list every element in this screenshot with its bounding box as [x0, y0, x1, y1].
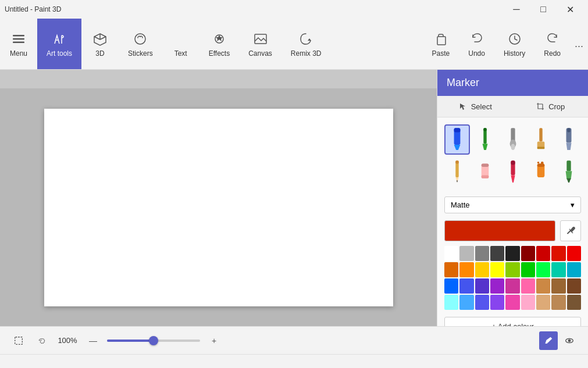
- add-colour-button[interactable]: + Add colour: [444, 317, 581, 326]
- active-color-preview[interactable]: [444, 220, 555, 241]
- svg-marker-12: [483, 144, 488, 150]
- canvas-label: Canvas: [248, 49, 272, 58]
- draw-mode-button[interactable]: [539, 331, 558, 350]
- toolbar-stickers[interactable]: Stickers: [119, 19, 162, 69]
- color-cell[interactable]: [444, 295, 458, 310]
- toolbar-3d[interactable]: 3D: [81, 19, 119, 69]
- svg-rect-24: [455, 160, 458, 163]
- history-label: History: [504, 49, 525, 58]
- color-cell[interactable]: [490, 262, 504, 277]
- minimize-button[interactable]: ─: [503, 0, 530, 19]
- texture-label: Matte: [451, 201, 470, 209]
- brush-spray-can[interactable]: [528, 157, 554, 187]
- color-cell[interactable]: [536, 262, 550, 277]
- color-cell[interactable]: [444, 246, 458, 261]
- redo-label: Redo: [544, 49, 561, 58]
- toolbar-art-tools[interactable]: Art tools: [37, 19, 81, 69]
- color-cell[interactable]: [505, 295, 519, 310]
- title-bar: Untitled - Paint 3D ─ □ ✕: [0, 0, 588, 19]
- brush-eraser[interactable]: [472, 157, 498, 187]
- svg-rect-29: [482, 164, 489, 167]
- color-cell[interactable]: [459, 262, 473, 277]
- panel-select-tool[interactable]: Select: [437, 96, 513, 117]
- color-cell[interactable]: [521, 278, 535, 294]
- toolbar-effects[interactable]: Effects: [199, 19, 239, 69]
- drawing-canvas[interactable]: [44, 109, 393, 306]
- color-cell[interactable]: [459, 278, 473, 294]
- color-cell[interactable]: [505, 278, 519, 294]
- toolbar-text[interactable]: Text: [162, 19, 199, 69]
- color-cell[interactable]: [475, 295, 489, 310]
- toolbar-undo[interactable]: Undo: [459, 19, 494, 69]
- color-cell[interactable]: [459, 246, 473, 261]
- palette-knife-icon: [558, 159, 579, 185]
- svg-rect-17: [539, 128, 542, 141]
- texture-dropdown[interactable]: Matte ▾: [444, 196, 581, 213]
- selection-rect-button[interactable]: [9, 331, 28, 350]
- brush-flat[interactable]: [528, 124, 554, 155]
- maximize-button[interactable]: □: [530, 0, 557, 19]
- color-cell[interactable]: [551, 295, 565, 310]
- brush-felt-marker[interactable]: [500, 157, 526, 187]
- color-cell[interactable]: [490, 246, 504, 261]
- panel-crop-tool[interactable]: Crop: [513, 96, 589, 117]
- brush-marker[interactable]: [444, 124, 470, 155]
- color-cell[interactable]: [505, 262, 519, 277]
- color-cell[interactable]: [536, 278, 550, 294]
- color-cell[interactable]: [551, 246, 565, 261]
- toolbar-right: Paste Undo History Redo ...: [423, 19, 588, 69]
- view-mode-button[interactable]: [560, 331, 579, 350]
- eyedropper-button[interactable]: [560, 220, 581, 241]
- color-cell[interactable]: [567, 295, 581, 310]
- toolbar-canvas[interactable]: Canvas: [239, 19, 281, 69]
- color-cell[interactable]: [475, 246, 489, 261]
- canvas-top-bar: [0, 70, 437, 88]
- bottom-right-tools: [539, 331, 579, 350]
- color-cell[interactable]: [475, 262, 489, 277]
- canvas-container[interactable]: [0, 88, 437, 326]
- brush-oil[interactable]: [500, 124, 526, 155]
- color-cell[interactable]: [521, 246, 535, 261]
- toolbar-remix3d[interactable]: Remix 3D: [281, 19, 331, 69]
- close-button[interactable]: ✕: [557, 0, 583, 19]
- zoom-out-button[interactable]: —: [84, 331, 102, 350]
- zoom-in-button[interactable]: +: [205, 331, 223, 350]
- zoom-slider-thumb[interactable]: [149, 336, 158, 345]
- crop-label: Crop: [548, 102, 565, 111]
- color-cell[interactable]: [521, 262, 535, 277]
- svg-rect-6: [437, 37, 446, 45]
- color-cell[interactable]: [490, 278, 504, 294]
- color-cell[interactable]: [444, 262, 458, 277]
- color-cell[interactable]: [551, 262, 565, 277]
- color-cell[interactable]: [567, 246, 581, 261]
- svg-rect-19: [537, 147, 545, 149]
- color-cell[interactable]: [490, 295, 504, 310]
- toolbar-redo[interactable]: Redo: [534, 19, 570, 69]
- status-bar: [0, 354, 588, 368]
- brush-calligraphy[interactable]: [472, 124, 498, 155]
- color-cell[interactable]: [521, 295, 535, 310]
- brush-pencil[interactable]: [444, 157, 470, 187]
- panel-header: Marker: [437, 70, 588, 96]
- toolbar-paste[interactable]: Paste: [423, 19, 459, 69]
- toolbar-history[interactable]: History: [494, 19, 534, 69]
- remix3d-icon: [298, 31, 314, 47]
- color-cell[interactable]: [536, 295, 550, 310]
- color-cell[interactable]: [459, 295, 473, 310]
- toolbar-menu[interactable]: Menu: [0, 19, 37, 69]
- 3d-icon: [92, 31, 108, 47]
- selection-lasso-icon: [37, 335, 47, 346]
- color-cell[interactable]: [475, 278, 489, 294]
- menu-icon: [10, 31, 27, 47]
- color-cell[interactable]: [444, 278, 458, 294]
- color-cell[interactable]: [505, 246, 519, 261]
- zoom-slider-track[interactable]: [107, 340, 200, 342]
- color-cell[interactable]: [551, 278, 565, 294]
- brush-airbrush[interactable]: [556, 124, 582, 155]
- color-cell[interactable]: [536, 246, 550, 261]
- color-cell[interactable]: [567, 278, 581, 294]
- brush-palette-knife[interactable]: [556, 157, 582, 187]
- selection-lasso-button[interactable]: [33, 331, 51, 350]
- toolbar-more[interactable]: ...: [570, 19, 588, 69]
- color-cell[interactable]: [567, 262, 581, 277]
